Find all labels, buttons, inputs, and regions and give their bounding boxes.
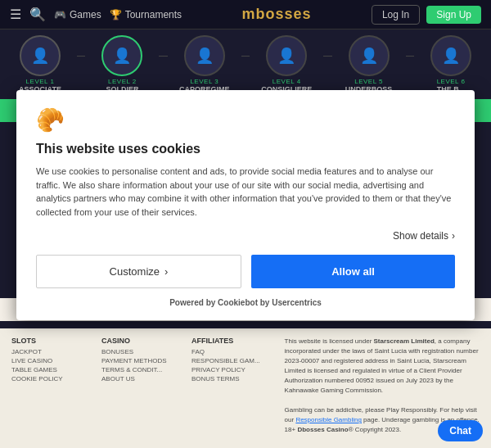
footer-col-affiliates: AFFILIATES FAQ RESPONSIBLE GAM... PRIVAC… bbox=[191, 337, 260, 435]
level-avatar-5: 👤 bbox=[349, 35, 390, 76]
chevron-right-icon: › bbox=[452, 230, 455, 242]
footer-link-bonuses[interactable]: BONUSES bbox=[101, 348, 167, 355]
level-label-5: LEVEL 5 bbox=[354, 78, 383, 85]
footer-link-terms[interactable]: TERMS & CONDIT... bbox=[101, 366, 167, 373]
footer-link-live-casino[interactable]: LIVE CASINO bbox=[11, 357, 77, 364]
level-connector-3 bbox=[241, 56, 250, 57]
footer-link-about-us[interactable]: ABOUT US bbox=[101, 375, 167, 382]
footer-link-cookie-policy[interactable]: COOKIE POLICY bbox=[11, 375, 77, 382]
search-icon[interactable]: 🔍 bbox=[29, 7, 46, 22]
chat-button[interactable]: Chat bbox=[438, 420, 483, 441]
chevron-right-icon: › bbox=[164, 265, 168, 278]
cookie-powered-text: Powered by Cookiebot by Usercentrics bbox=[36, 298, 455, 307]
level-avatar-6: 👤 bbox=[430, 35, 471, 76]
level-avatar-1: 👤 bbox=[20, 35, 61, 76]
level-label-1: LEVEL 1 bbox=[26, 78, 55, 85]
header-right: Log In Sign Up bbox=[372, 5, 481, 25]
footer-header-casino: CASINO bbox=[101, 337, 167, 345]
level-connector-5 bbox=[406, 56, 414, 57]
allow-all-button[interactable]: Allow all bbox=[251, 255, 455, 288]
nav-games[interactable]: 🎮 Games bbox=[54, 9, 101, 20]
level-avatar-2: 👤 bbox=[101, 35, 142, 76]
games-icon: 🎮 bbox=[54, 9, 66, 20]
header-left: ☰ 🔍 🎮 Games 🏆 Tournaments bbox=[10, 7, 182, 22]
footer-link-responsible-gaming[interactable]: RESPONSIBLE GAM... bbox=[191, 357, 260, 364]
nav-tournaments[interactable]: 🏆 Tournaments bbox=[110, 9, 182, 20]
footer-nav: SLOTS JACKPOT LIVE CASINO TABLE GAMES CO… bbox=[11, 337, 480, 435]
footer-header-affiliates: AFFILIATES bbox=[191, 337, 260, 345]
level-item-3[interactable]: 👤 LEVEL 3 CAPOREGIME bbox=[168, 35, 241, 93]
level-avatar-4: 👤 bbox=[266, 35, 307, 76]
level-label-6: LEVEL 6 bbox=[437, 78, 466, 85]
level-avatar-3: 👤 bbox=[184, 35, 225, 76]
cookie-overlay: 🥐 This website uses cookies We use cooki… bbox=[16, 90, 475, 320]
footer-link-privacy[interactable]: PRIVACY POLICY bbox=[191, 366, 260, 373]
footer-col-casino: CASINO BONUSES PAYMENT METHODS TERMS & C… bbox=[101, 337, 167, 435]
footer-link-faq[interactable]: FAQ bbox=[191, 348, 260, 355]
footer-link-bonus-terms[interactable]: BONUS TERMS bbox=[191, 375, 260, 382]
hamburger-icon[interactable]: ☰ bbox=[10, 7, 21, 22]
level-item-6[interactable]: 👤 LEVEL 6 THE B... bbox=[414, 35, 488, 93]
level-connector-1 bbox=[77, 56, 85, 57]
level-item-1[interactable]: 👤 LEVEL 1 ASSOCIATE bbox=[3, 35, 77, 93]
levels-bar: 👤 LEVEL 1 ASSOCIATE 👤 LEVEL 2 SOLDIER 👤 … bbox=[0, 29, 491, 99]
cookie-logo-icon: 🥐 bbox=[36, 106, 455, 133]
footer-header-slots: SLOTS bbox=[11, 337, 77, 345]
cookie-buttons: Customize › Allow all bbox=[36, 255, 455, 288]
level-label-2: LEVEL 2 bbox=[108, 78, 137, 85]
level-connector-4 bbox=[323, 56, 331, 57]
responsible-gambling-link[interactable]: Responsible Gambling bbox=[295, 416, 362, 423]
footer-link-payment-methods[interactable]: PAYMENT METHODS bbox=[101, 357, 167, 364]
header: ☰ 🔍 🎮 Games 🏆 Tournaments mbosses Log In… bbox=[0, 0, 491, 29]
level-label-3: LEVEL 3 bbox=[190, 78, 218, 85]
level-connector-2 bbox=[159, 56, 167, 57]
show-details-link[interactable]: Show details › bbox=[36, 230, 455, 242]
level-item-2[interactable]: 👤 LEVEL 2 SOLDIER bbox=[85, 35, 159, 93]
footer-link-table-games[interactable]: TABLE GAMES bbox=[11, 366, 77, 373]
level-item-5[interactable]: 👤 LEVEL 5 UNDERBOSS bbox=[332, 35, 406, 93]
customize-button[interactable]: Customize › bbox=[36, 255, 241, 288]
site-logo: mbosses bbox=[191, 6, 362, 23]
signup-header-button[interactable]: Sign Up bbox=[426, 6, 481, 24]
footer-col-slots: SLOTS JACKPOT LIVE CASINO TABLE GAMES CO… bbox=[11, 337, 77, 435]
cookie-text: We use cookies to personalise content an… bbox=[36, 165, 455, 219]
cookie-title: This website uses cookies bbox=[36, 142, 455, 156]
login-button[interactable]: Log In bbox=[372, 5, 420, 25]
trophy-icon: 🏆 bbox=[110, 9, 122, 20]
footer: SLOTS JACKPOT LIVE CASINO TABLE GAMES CO… bbox=[0, 328, 491, 448]
level-label-4: LEVEL 4 bbox=[273, 78, 301, 85]
level-item-4[interactable]: 👤 LEVEL 4 CONSIGLIERE bbox=[250, 35, 323, 93]
footer-link-jackpot[interactable]: JACKPOT bbox=[11, 348, 77, 355]
